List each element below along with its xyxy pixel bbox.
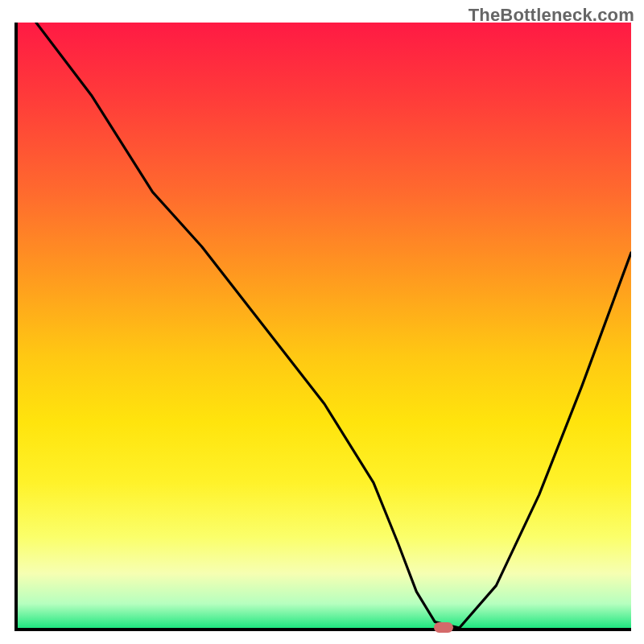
bottleneck-curve: [36, 23, 631, 628]
curve-svg: [18, 23, 631, 628]
chart-container: TheBottleneck.com: [0, 0, 644, 644]
selected-marker: [434, 622, 453, 633]
plot-area: [14, 23, 631, 631]
